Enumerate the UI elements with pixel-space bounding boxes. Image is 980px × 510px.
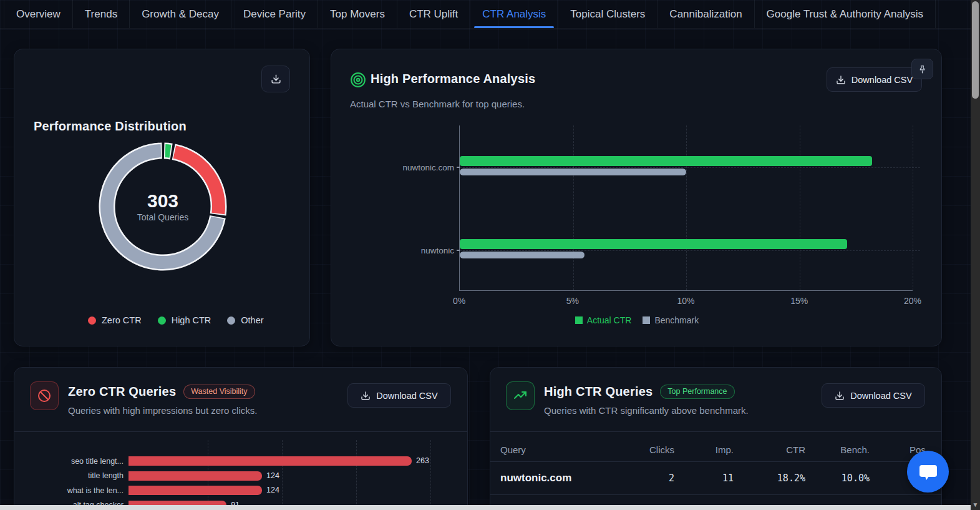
download-button[interactable] bbox=[261, 66, 290, 92]
download-csv-button[interactable]: Download CSV bbox=[827, 67, 922, 92]
zero-ctr-subtitle: Queries with high impressions but zero c… bbox=[68, 405, 257, 416]
bar-actual-ctr-nuwtonic-com bbox=[460, 156, 872, 166]
bar-label: seo title lengt... bbox=[30, 457, 129, 466]
download-csv-label: Download CSV bbox=[851, 75, 913, 85]
column-header-bench: Bench. bbox=[805, 444, 870, 455]
bar-seo-title-lengt bbox=[129, 456, 412, 466]
tab-device-parity[interactable]: Device Parity bbox=[231, 0, 318, 28]
scrollbar-down-arrow[interactable]: ▼ bbox=[971, 500, 980, 509]
column-header-ctr: CTR bbox=[734, 444, 805, 455]
table-header-row: QueryClicksImp.CTRBench.Pos. bbox=[490, 438, 941, 461]
download-csv-button[interactable]: Download CSV bbox=[822, 383, 925, 408]
table-row[interactable]: nuwtonic.com21118.2%10.0% bbox=[490, 461, 941, 495]
chat-launcher-button[interactable] bbox=[907, 451, 949, 493]
gridline-vertical bbox=[800, 125, 800, 290]
pin-icon bbox=[918, 64, 927, 74]
tab-top-movers[interactable]: Top Movers bbox=[318, 0, 397, 28]
legend-swatch bbox=[643, 316, 650, 324]
legend-label: Actual CTR bbox=[587, 315, 632, 325]
tab-topical-clusters[interactable]: Topical Clusters bbox=[558, 0, 657, 28]
bar-area: 124 bbox=[129, 471, 452, 481]
donut-legend: Zero CTRHigh CTROther bbox=[88, 315, 264, 325]
high-ctr-table: QueryClicksImp.CTRBench.Pos.nuwtonic.com… bbox=[490, 438, 941, 495]
download-csv-button[interactable]: Download CSV bbox=[347, 383, 451, 408]
legend-swatch bbox=[575, 316, 583, 324]
divider bbox=[490, 431, 941, 432]
bar-label: title length bbox=[30, 471, 129, 480]
column-header-query: Query bbox=[500, 444, 619, 455]
vertical-scrollbar-thumb[interactable] bbox=[972, 1, 979, 99]
high-ctr-queries-card: High CTR Queries Top Performance Queries… bbox=[490, 367, 942, 510]
bar-value: 124 bbox=[266, 486, 279, 495]
axis-tick bbox=[457, 167, 460, 168]
bar-what-is-the-len bbox=[129, 486, 262, 495]
bar-row-seo-title-lengt: seo title lengt...263 bbox=[30, 454, 452, 469]
donut-segment-high-ctr bbox=[165, 151, 170, 152]
x-tick-label: 15% bbox=[790, 296, 808, 306]
x-tick-label: 20% bbox=[904, 296, 921, 306]
high-ctr-title-row: High CTR Queries Top Performance bbox=[544, 385, 735, 399]
legend-label: Zero CTR bbox=[102, 315, 142, 325]
high-ctr-title: High CTR Queries bbox=[544, 385, 653, 399]
legend-dot-zero-ctr bbox=[88, 316, 96, 325]
bar-title-length bbox=[129, 471, 262, 481]
high-ctr-subtitle: Queries with CTR significantly above ben… bbox=[544, 405, 749, 416]
axis-tick bbox=[457, 250, 460, 251]
download-csv-label: Download CSV bbox=[376, 391, 437, 401]
legend-item-actual-ctr: Actual CTR bbox=[575, 315, 632, 325]
legend-item-zero-ctr: Zero CTR bbox=[88, 315, 142, 325]
bar-area: 124 bbox=[129, 486, 452, 495]
tab-cannibalization[interactable]: Cannibalization bbox=[657, 0, 754, 28]
horizontal-scrollbar[interactable] bbox=[0, 505, 971, 510]
top-performance-badge: Top Performance bbox=[660, 385, 734, 399]
chat-bubble-icon bbox=[918, 462, 939, 482]
pin-button[interactable] bbox=[911, 59, 933, 79]
ctr-analysis-dashboard: OverviewTrendsGrowth & DecayDevice Parit… bbox=[0, 0, 980, 510]
cell-clicks: 2 bbox=[619, 473, 674, 484]
zero-ctr-title-row: Zero CTR Queries Wasted Visibility bbox=[68, 385, 255, 399]
cell-query: nuwtonic.com bbox=[500, 472, 619, 484]
legend-label: High CTR bbox=[172, 315, 211, 325]
tab-ctr-analysis[interactable]: CTR Analysis bbox=[470, 0, 558, 28]
gridline-vertical bbox=[686, 125, 687, 290]
legend-item-high-ctr: High CTR bbox=[158, 315, 211, 325]
column-header-imp: Imp. bbox=[674, 444, 734, 455]
hpa-x-axis: 0%5%10%15%20% bbox=[459, 296, 913, 308]
download-icon bbox=[835, 391, 845, 401]
legend-dot-other bbox=[227, 316, 235, 325]
trending-up-icon bbox=[506, 381, 535, 410]
bar-row-title-length: title length124 bbox=[30, 469, 452, 484]
tab-growth-decay[interactable]: Growth & Decay bbox=[130, 0, 231, 28]
bar-value: 263 bbox=[416, 456, 429, 466]
gridline-horizontal bbox=[460, 250, 920, 251]
bar-value: 124 bbox=[266, 471, 279, 481]
donut-svg bbox=[91, 135, 235, 278]
column-header-clicks: Clicks bbox=[619, 444, 674, 455]
tab-overview[interactable]: Overview bbox=[4, 0, 73, 28]
ban-icon bbox=[30, 381, 59, 410]
zero-ctr-queries-card: Zero CTR Queries Wasted Visibility Queri… bbox=[14, 367, 468, 510]
tab-ctr-uplift[interactable]: CTR Uplift bbox=[397, 0, 470, 28]
high-performance-subtitle: Actual CTR vs Benchmark for top queries. bbox=[350, 99, 525, 109]
download-csv-label: Download CSV bbox=[850, 391, 911, 401]
hpa-legend: Actual CTRBenchmark bbox=[331, 315, 943, 325]
tab-google-trust-authority-analysis[interactable]: Google Trust & Authority Analysis bbox=[755, 0, 936, 28]
download-icon bbox=[271, 74, 281, 84]
bar-actual-ctr-nuwtonic bbox=[460, 239, 847, 249]
zero-ctr-bar-chart: seo title lengt...263title length124what… bbox=[30, 431, 452, 510]
vertical-scrollbar[interactable]: ▼ bbox=[971, 0, 980, 510]
wasted-visibility-badge: Wasted Visibility bbox=[183, 385, 255, 399]
tab-trends[interactable]: Trends bbox=[73, 0, 130, 28]
performance-donut-chart: 303 Total Queries bbox=[91, 135, 235, 278]
bar-benchmark-nuwtonic bbox=[460, 252, 585, 258]
bar-area: 263 bbox=[129, 456, 452, 466]
gridline-horizontal bbox=[460, 167, 920, 168]
gridline-vertical bbox=[913, 125, 913, 290]
legend-dot-high-ctr bbox=[158, 316, 166, 325]
legend-item-other: Other bbox=[227, 315, 263, 325]
target-icon bbox=[350, 72, 366, 91]
x-tick-label: 0% bbox=[453, 296, 465, 306]
category-label-nuwtonic: nuwtonic bbox=[421, 245, 454, 255]
bar-row-what-is-the-len: what is the len...124 bbox=[30, 483, 452, 498]
high-performance-title: High Performance Analysis bbox=[371, 72, 535, 86]
